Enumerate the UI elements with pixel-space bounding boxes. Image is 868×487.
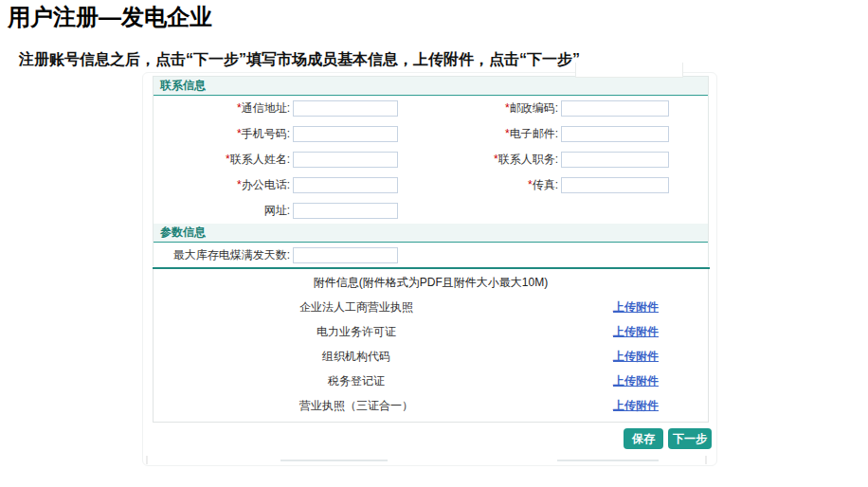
attachment-label-org-code: 组织机构代码 [154, 349, 559, 365]
email-label: *电子邮件: [398, 126, 561, 142]
upload-link-org-code[interactable]: 上传附件 [613, 349, 659, 365]
form-row: *手机号码: *电子邮件: [154, 121, 708, 147]
field-website: 网址: [154, 203, 398, 219]
fax-label: *传真: [398, 177, 561, 193]
field-mobile-number: *手机号码: [154, 126, 398, 142]
contact-name-label: *联系人姓名: [154, 152, 293, 168]
form-row: *联系人姓名: *联系人职务: [154, 147, 708, 172]
upload-link-power-permit[interactable]: 上传附件 [613, 324, 659, 340]
field-fax: *传真: [398, 177, 669, 193]
upload-link-business-license[interactable]: 上传附件 [613, 299, 659, 316]
field-contact-position: *联系人职务: [398, 152, 669, 168]
fax-input[interactable] [561, 177, 669, 193]
mobile-number-label: *手机号码: [154, 126, 293, 142]
attachment-row: 组织机构代码 上传附件 [154, 343, 708, 368]
communication-address-label: *通信地址: [154, 100, 293, 117]
field-office-phone: *办公电话: [154, 177, 398, 193]
website-label: 网址: [154, 203, 293, 219]
section-header-contact: 联系信息 [154, 77, 708, 96]
contact-position-input[interactable] [561, 152, 669, 168]
max-coal-days-input[interactable] [293, 247, 398, 263]
office-phone-label: *办公电话: [154, 177, 293, 193]
mobile-number-input[interactable] [293, 126, 398, 142]
cropped-table-line [280, 460, 388, 461]
cropped-element-remnant [575, 63, 683, 78]
attachments-panel: 附件信息(附件格式为PDF且附件大小最大10M) 企业法人工商营业执照 上传附件… [153, 269, 709, 423]
office-phone-input[interactable] [293, 177, 398, 193]
contact-name-input[interactable] [293, 152, 398, 168]
attachment-label-power-permit: 电力业务许可证 [154, 324, 559, 340]
contact-position-label: *联系人职务: [398, 152, 561, 168]
page: 用户注册—发电企业 注册账号信息之后，点击“下一步”填写市场成员基本信息，上传附… [0, 0, 868, 487]
max-coal-days-label: 最大库存电煤满发天数: [154, 247, 293, 263]
form-row: *通信地址: *邮政编码: [154, 96, 708, 121]
upload-link-combined-license[interactable]: 上传附件 [613, 398, 659, 414]
field-email: *电子邮件: [398, 126, 669, 142]
next-button[interactable]: 下一步 [668, 428, 712, 449]
field-postal-code: *邮政编码: [398, 100, 669, 117]
cropped-table-line [557, 460, 659, 461]
section-header-params: 参数信息 [154, 224, 708, 243]
form-row: 网址: [154, 198, 708, 224]
form-row: 最大库存电煤满发天数: [154, 243, 708, 268]
form-row: *办公电话: *传真: [154, 172, 708, 198]
attachment-row: 企业法人工商营业执照 上传附件 [154, 294, 708, 318]
field-max-coal-days: 最大库存电煤满发天数: [154, 247, 398, 263]
instruction-text: 注册账号信息之后，点击“下一步”填写市场成员基本信息，上传附件，点击“下一步” [19, 50, 580, 70]
page-title: 用户注册—发电企业 [8, 2, 212, 32]
field-contact-name: *联系人姓名: [154, 152, 398, 168]
save-button[interactable]: 保存 [624, 428, 663, 449]
contact-panel: 联系信息 *通信地址: *邮政编码: *手机号码: *电子邮件: [153, 76, 709, 266]
attachment-row: 营业执照（三证合一） 上传附件 [154, 392, 708, 417]
upload-link-tax-cert[interactable]: 上传附件 [613, 373, 659, 389]
attachment-label-business-license: 企业法人工商营业执照 [154, 299, 559, 316]
email-input[interactable] [561, 126, 669, 142]
field-communication-address: *通信地址: [154, 100, 398, 117]
postal-code-label: *邮政编码: [398, 100, 561, 117]
cropped-border-tick [705, 456, 707, 464]
postal-code-input[interactable] [561, 100, 669, 117]
cropped-border-tick [146, 456, 148, 464]
website-input[interactable] [293, 203, 398, 219]
communication-address-input[interactable] [293, 100, 398, 117]
attachment-label-combined-license: 营业执照（三证合一） [154, 398, 559, 414]
attachment-row: 电力业务许可证 上传附件 [154, 318, 708, 343]
attachment-row: 税务登记证 上传附件 [154, 368, 708, 392]
attachment-label-tax-cert: 税务登记证 [154, 373, 559, 389]
attachments-header: 附件信息(附件格式为PDF且附件大小最大10M) [154, 269, 708, 294]
